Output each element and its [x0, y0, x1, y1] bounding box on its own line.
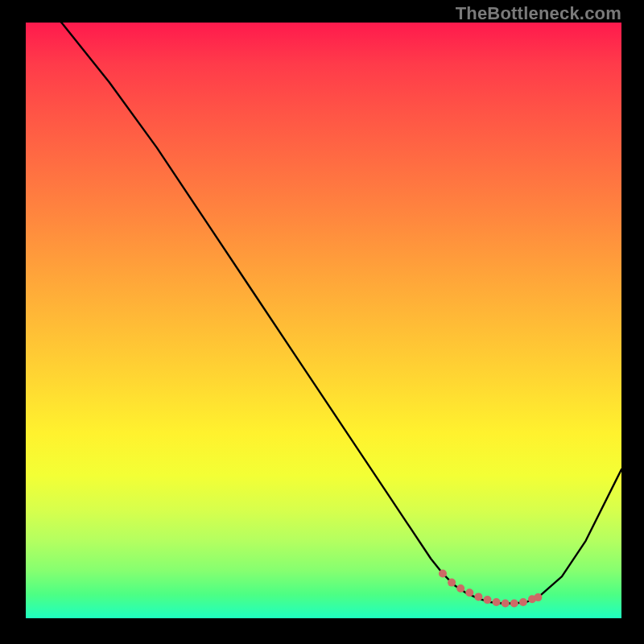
svg-point-9 [519, 598, 527, 606]
svg-point-1 [448, 579, 456, 587]
svg-point-6 [493, 598, 501, 606]
svg-point-2 [456, 584, 464, 592]
svg-point-8 [510, 600, 518, 608]
bottleneck-curve [26, 23, 621, 604]
optimal-region-dots [439, 570, 542, 608]
plot-area [26, 23, 621, 618]
chart-frame: TheBottleneck.com [0, 0, 644, 644]
curve-layer [26, 23, 621, 618]
attribution-text: TheBottleneck.com [456, 3, 621, 24]
svg-point-3 [465, 588, 473, 597]
svg-point-0 [439, 570, 447, 578]
svg-point-7 [502, 600, 510, 608]
svg-point-4 [474, 592, 482, 601]
svg-point-11 [534, 593, 542, 601]
svg-point-5 [484, 596, 492, 604]
